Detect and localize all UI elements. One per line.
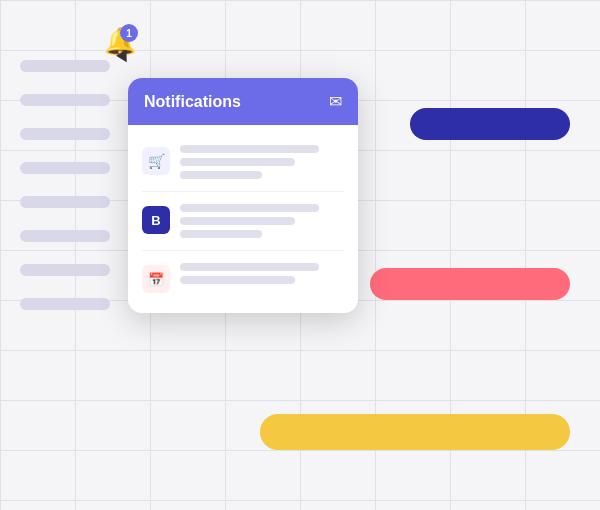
notification-line [180,276,295,284]
sidebar-item [20,60,110,72]
gantt-bar-blue [410,108,570,140]
panel-body: 🛒 B 📅 [128,125,358,313]
gantt-bar-yellow [260,414,570,450]
sidebar-item [20,94,110,106]
sidebar-item [20,196,110,208]
notifications-panel: Notifications ✉ 🛒 B 📅 [128,78,358,313]
gantt-bar-red [370,268,570,300]
sidebar-item [20,264,110,276]
divider [142,250,344,251]
notification-line [180,145,319,153]
notification-item-b[interactable]: B [128,194,358,248]
panel-title: Notifications [144,93,241,111]
sidebar-item [20,298,110,310]
email-icon[interactable]: ✉ [329,92,342,111]
sidebar-item [20,230,110,242]
cart-icon: 🛒 [142,147,170,175]
sidebar-item [20,162,110,174]
notification-line [180,230,262,238]
sidebar-item [20,128,110,140]
notification-line [180,158,295,166]
notification-line [180,171,262,179]
sidebar [20,60,110,310]
notification-line [180,263,319,271]
panel-header: Notifications ✉ [128,78,358,125]
notification-line [180,204,319,212]
calendar-icon: 📅 [142,265,170,293]
notification-lines [180,204,344,238]
notification-item-calendar[interactable]: 📅 [128,253,358,303]
notification-lines [180,145,344,179]
notification-item-cart[interactable]: 🛒 [128,135,358,189]
divider [142,191,344,192]
notification-badge: 1 [120,24,138,42]
notification-line [180,217,295,225]
notification-lines [180,263,344,284]
b-icon: B [142,206,170,234]
